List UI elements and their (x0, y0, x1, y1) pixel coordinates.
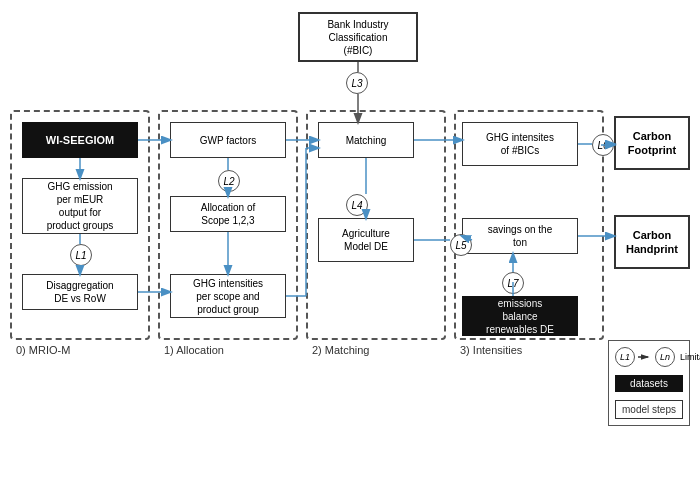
node-agriculture-model: Agriculture Model DE (318, 218, 414, 262)
node-ghg-intensities-scope: GHG intensities per scope and product gr… (170, 274, 286, 318)
node-carbon-footprint: Carbon Footprint (614, 116, 690, 170)
legend-model-steps-bar: model steps (615, 400, 683, 419)
circle-L4: L4 (346, 194, 368, 216)
node-emissions-balance: emissions balance renewables DE (462, 296, 578, 336)
node-savings-ton: savings on the ton (462, 218, 578, 254)
node-wi-seegiom: WI-SEEGIOM (22, 122, 138, 158)
circle-L3: L3 (346, 72, 368, 94)
node-gwp-factors: GWP factors (170, 122, 286, 158)
legend-box: L1 Ln Limitations datasets (608, 340, 690, 426)
circle-L5: L5 (450, 234, 472, 256)
circle-L1: L1 (70, 244, 92, 266)
section-mrio-label: 0) MRIO-M (16, 344, 70, 356)
section-allocation-label: 1) Allocation (164, 344, 224, 356)
node-ghg-intensities-bic: GHG intensites of #BICs (462, 122, 578, 166)
legend-limitations-row: L1 Ln Limitations (615, 347, 683, 367)
circle-L6: L6 (592, 134, 614, 156)
node-allocation-scope: Allocation of Scope 1,2,3 (170, 196, 286, 232)
node-ghg-emission: GHG emission per mEUR output for product… (22, 178, 138, 234)
circle-L7: L7 (502, 272, 524, 294)
section-intensities-label: 3) Intensities (460, 344, 522, 356)
diagram-container: 0) MRIO-M 1) Allocation 2) Matching 3) I… (0, 0, 700, 502)
section-matching-label: 2) Matching (312, 344, 369, 356)
node-matching: Matching (318, 122, 414, 158)
node-disaggregation: Disaggregation DE vs RoW (22, 274, 138, 310)
circle-L2: L2 (218, 170, 240, 192)
node-carbon-handprint: Carbon Handprint (614, 215, 690, 269)
node-bank-industry: Bank Industry Classification (#BIC) (298, 12, 418, 62)
legend-datasets-bar: datasets (615, 375, 683, 392)
